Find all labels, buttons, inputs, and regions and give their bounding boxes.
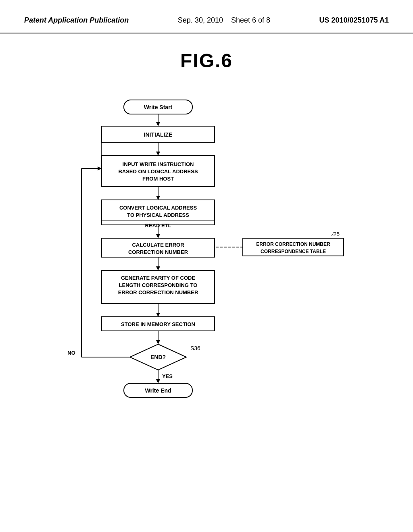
svg-text:CONVERT LOGICAL ADDRESS: CONVERT LOGICAL ADDRESS	[119, 205, 197, 211]
header-patent-number: US 2010/0251075 A1	[319, 16, 389, 25]
svg-text:BASED ON LOGICAL ADDRESS: BASED ON LOGICAL ADDRESS	[118, 168, 198, 175]
svg-text:END?: END?	[150, 354, 166, 360]
svg-text:ERROR CORRECTION NUMBER: ERROR CORRECTION NUMBER	[256, 241, 330, 247]
svg-text:INITIALIZE: INITIALIZE	[144, 131, 173, 138]
svg-marker-9	[156, 266, 160, 270]
header-date-sheet: Sep. 30, 2010 Sheet 6 of 8	[178, 16, 270, 25]
flowchart-container: Write Start ∕S30 INITIALIZE ∕S31 INPUT W…	[45, 88, 368, 471]
svg-text:TO PHYSICAL ADDRESS: TO PHYSICAL ADDRESS	[127, 212, 189, 218]
svg-text:STORE IN MEMORY SECTION: STORE IN MEMORY SECTION	[121, 321, 195, 327]
svg-marker-11	[156, 313, 160, 317]
svg-text:CALCULATE ERROR: CALCULATE ERROR	[132, 242, 184, 248]
svg-marker-13	[156, 340, 160, 344]
svg-text:FROM HOST: FROM HOST	[142, 176, 174, 182]
header-sheet: Sheet 6 of 8	[231, 16, 270, 24]
svg-marker-15	[156, 379, 160, 383]
svg-text:ERROR CORRECTION NUMBER: ERROR CORRECTION NUMBER	[118, 289, 198, 295]
svg-text:CORRECTION NUMBER: CORRECTION NUMBER	[128, 249, 188, 255]
svg-text:READ ETL: READ ETL	[145, 222, 171, 229]
svg-marker-1	[156, 122, 160, 126]
svg-text:Write End: Write End	[145, 387, 171, 394]
svg-text:S36: S36	[190, 345, 200, 351]
svg-marker-7	[156, 234, 160, 238]
flowchart-svg: Write Start ∕S30 INITIALIZE ∕S31 INPUT W…	[45, 88, 368, 471]
header-date: Sep. 30, 2010	[178, 16, 223, 24]
svg-text:GENERATE PARITY OF CODE: GENERATE PARITY OF CODE	[121, 275, 196, 281]
svg-text:Write Start: Write Start	[144, 104, 173, 110]
svg-text:∕25: ∕25	[331, 231, 340, 237]
svg-marker-3	[156, 152, 160, 156]
svg-text:LENGTH CORRESPONDING TO: LENGTH CORRESPONDING TO	[119, 282, 198, 288]
figure-title: FIG.6	[0, 50, 413, 72]
svg-text:NO: NO	[67, 350, 75, 356]
svg-text:YES: YES	[162, 373, 173, 379]
svg-text:INPUT WRITE INSTRUCTION: INPUT WRITE INSTRUCTION	[123, 161, 194, 167]
page-header: Patent Application Publication Sep. 30, …	[0, 0, 413, 33]
svg-marker-5	[156, 196, 160, 200]
header-publication-label: Patent Application Publication	[24, 16, 129, 25]
svg-marker-19	[98, 166, 102, 170]
patent-page: Patent Application Publication Sep. 30, …	[0, 0, 413, 532]
svg-text:CORRESPONDENCE TABLE: CORRESPONDENCE TABLE	[261, 249, 326, 254]
